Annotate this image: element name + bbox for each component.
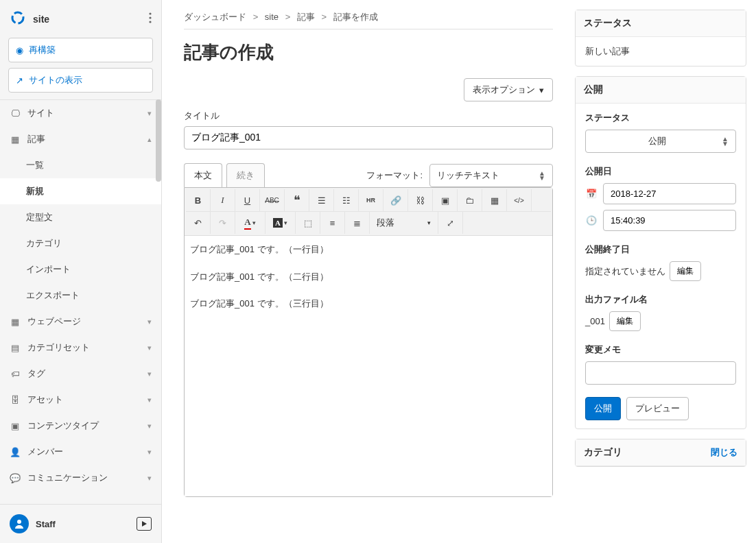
- nav-webpage[interactable]: ▦ウェブページ ▾: [0, 309, 161, 335]
- svg-point-0: [12, 12, 23, 23]
- briefcase-icon: 🗄: [10, 395, 21, 405]
- nav-articles-new[interactable]: 新規: [0, 178, 161, 204]
- redo-button[interactable]: ↷: [211, 212, 235, 234]
- rebuild-icon: ◉: [16, 45, 23, 56]
- svg-point-3: [149, 21, 151, 23]
- paragraph-select[interactable]: 段落 ▾: [370, 212, 438, 234]
- updown-icon: ▲▼: [539, 171, 545, 180]
- body-line: ブログ記事_001 です。（三行目）: [190, 297, 547, 311]
- filename-edit-button[interactable]: 編集: [609, 311, 641, 331]
- remove-format-button[interactable]: ⬚: [296, 212, 320, 234]
- staff-menu[interactable]: Staff: [10, 514, 56, 533]
- nav-articles-list[interactable]: 一覧: [0, 152, 161, 178]
- bullet-list-button[interactable]: ☰: [309, 189, 334, 211]
- filename-value: _001: [585, 316, 605, 326]
- underline-button[interactable]: U: [235, 189, 260, 211]
- tab-more[interactable]: 続き: [226, 163, 265, 187]
- tag-icon: 🏷: [10, 369, 21, 379]
- nav-communication[interactable]: 💬コミュニケーション ▾: [0, 465, 161, 491]
- external-icon: ↗: [16, 75, 23, 86]
- nav-site[interactable]: 🖵サイト ▾: [0, 100, 161, 126]
- nav-content-type[interactable]: ▣コンテンツタイプ ▾: [0, 413, 161, 439]
- right-panel: ステータス 新しい記事 公開 ステータス 公開 ▲▼ 公開日 📅: [575, 0, 756, 543]
- italic-button[interactable]: I: [211, 189, 235, 211]
- category-icon: ▤: [10, 343, 21, 353]
- breadcrumb-articles[interactable]: 記事: [297, 12, 315, 22]
- undo-button[interactable]: ↶: [186, 212, 211, 234]
- title-input[interactable]: [184, 126, 553, 149]
- staff-label: Staff: [36, 519, 56, 529]
- bg-color-button[interactable]: A▾: [265, 212, 296, 234]
- monitor-icon: 🖵: [10, 108, 21, 119]
- nav-tag[interactable]: 🏷タグ ▾: [0, 361, 161, 387]
- calendar-icon: 📅: [585, 189, 598, 199]
- blockquote-button[interactable]: ❝: [285, 189, 309, 211]
- chevron-down-icon: ▾: [147, 317, 152, 326]
- chevron-down-icon: ▾: [147, 396, 152, 405]
- hr-button[interactable]: HR: [359, 189, 383, 211]
- strikethrough-button[interactable]: ABC: [260, 189, 285, 211]
- format-select[interactable]: リッチテキスト ▲▼: [429, 164, 553, 187]
- grid-icon: ▦: [10, 134, 21, 145]
- memo-label: 変更メモ: [585, 343, 736, 356]
- nav-articles[interactable]: ▦記事 ▴: [0, 126, 161, 152]
- editor-body[interactable]: ブログ記事_001 です。（一行目） ブログ記事_001 です。（二行目） ブロ…: [185, 236, 552, 496]
- unlink-button[interactable]: ⛓: [408, 189, 433, 211]
- status-panel-header: ステータス: [576, 10, 746, 37]
- chevron-down-icon: ▾: [147, 448, 152, 457]
- chevron-up-icon: ▴: [147, 135, 152, 144]
- chevron-down-icon: ▾: [147, 370, 152, 378]
- clock-icon: 🕒: [585, 215, 598, 226]
- link-button[interactable]: 🔗: [383, 189, 408, 211]
- fullscreen-button[interactable]: ⤢: [438, 212, 463, 234]
- nav-articles-import[interactable]: インポート: [0, 256, 161, 282]
- image-button[interactable]: ▣: [433, 189, 458, 211]
- category-panel: カテゴリ 閉じる: [575, 439, 746, 467]
- view-site-button[interactable]: ↗ サイトの表示: [8, 68, 153, 93]
- caret-down-icon: ▾: [427, 219, 431, 226]
- user-icon: 👤: [10, 447, 21, 457]
- more-icon[interactable]: [149, 12, 152, 25]
- site-brand[interactable]: site: [10, 10, 49, 28]
- nav-articles-export[interactable]: エクスポート: [0, 282, 161, 309]
- filename-label: 出力ファイル名: [585, 293, 736, 306]
- page-title: 記事の作成: [184, 40, 553, 64]
- sidebar: site ◉ 再構築 ↗ サイトの表示 🖵サイト ▾ ▦記事 ▴: [0, 0, 162, 543]
- chevron-down-icon: ▾: [147, 474, 152, 483]
- avatar: [10, 514, 29, 533]
- chevron-down-icon: ▾: [147, 343, 152, 352]
- memo-input[interactable]: [585, 361, 736, 385]
- play-button[interactable]: [137, 517, 152, 531]
- embed-button[interactable]: ▦: [482, 189, 507, 211]
- asset-button[interactable]: 🗀: [458, 189, 482, 211]
- numbered-list-button[interactable]: ☷: [334, 189, 359, 211]
- breadcrumb-site[interactable]: site: [265, 12, 279, 22]
- publish-time-input[interactable]: [603, 210, 736, 231]
- display-options-button[interactable]: 表示オプション ▾: [464, 78, 553, 101]
- source-button[interactable]: </>: [507, 189, 532, 211]
- breadcrumb-dashboard[interactable]: ダッシュボード: [184, 12, 246, 22]
- nav-category-set[interactable]: ▤カテゴリセット ▾: [0, 335, 161, 361]
- category-close-link[interactable]: 閉じる: [711, 446, 737, 459]
- end-date-edit-button[interactable]: 編集: [670, 261, 701, 281]
- category-panel-header: カテゴリ: [584, 446, 622, 459]
- tab-body[interactable]: 本文: [184, 163, 222, 187]
- text-color-button[interactable]: A▾: [235, 212, 265, 234]
- bold-button[interactable]: B: [186, 189, 211, 211]
- align-left-button[interactable]: ≡: [320, 212, 345, 234]
- comment-icon: 💬: [10, 473, 21, 483]
- nav-articles-boilerplate[interactable]: 定型文: [0, 204, 161, 230]
- nav-member[interactable]: 👤メンバー ▾: [0, 439, 161, 465]
- publish-date-input[interactable]: [603, 183, 736, 204]
- breadcrumb: ダッシュボード > site > 記事 > 記事を作成: [184, 11, 553, 23]
- status-label: ステータス: [585, 112, 736, 124]
- nav-articles-category[interactable]: カテゴリ: [0, 230, 161, 256]
- status-select[interactable]: 公開 ▲▼: [585, 130, 736, 153]
- preview-button[interactable]: プレビュー: [626, 397, 689, 420]
- publish-button[interactable]: 公開: [585, 397, 621, 420]
- svg-point-4: [17, 520, 21, 524]
- sidebar-scrollbar[interactable]: [156, 99, 161, 502]
- nav-asset[interactable]: 🗄アセット ▾: [0, 387, 161, 413]
- align-center-button[interactable]: ≣: [345, 212, 370, 234]
- rebuild-button[interactable]: ◉ 再構築: [8, 38, 153, 62]
